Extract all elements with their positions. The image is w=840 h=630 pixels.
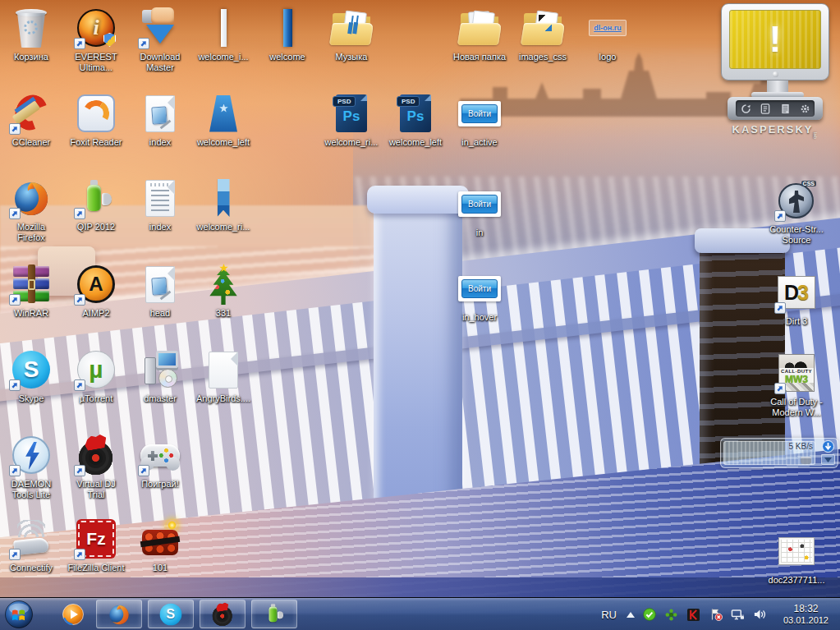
html-document-icon: [145, 95, 175, 132]
kaspersky-gadget[interactable]: ! KASPERSKYlab: [716, 3, 839, 138]
desktop-icon-label: DAEMONTools Lite: [0, 479, 67, 500]
taskbar: S RU 18:32 03.01.2012: [0, 597, 840, 630]
kaspersky-reports-button[interactable]: [759, 102, 772, 115]
image-slice-white-icon: [221, 9, 227, 47]
desktop-icon-head[interactable]: head: [125, 263, 195, 319]
desktop[interactable]: Корзинаi EVERESTUltima... DownloadMaster…: [0, 0, 840, 630]
tray-skype-icon[interactable]: [642, 607, 657, 622]
desktop-icon-µtorrent[interactable]: µ µTorrent: [61, 348, 131, 404]
shortcut-arrow-icon: [74, 465, 85, 476]
start-button[interactable]: [0, 598, 38, 630]
show-hidden-icons-button[interactable]: [627, 612, 635, 618]
logo-thumbnail-icon: dl-он.ru: [589, 20, 627, 36]
desktop-icon-mozilla-firefox[interactable]: MozillaFirefox: [0, 177, 67, 243]
kaspersky-monitor-button: [773, 71, 778, 77]
desktop-icon-everest-ultima[interactable]: i EVERESTUltima...: [61, 7, 131, 73]
desktop-icon-label: Новая папка: [444, 52, 515, 62]
desktop-icon-connectify[interactable]: Connectify: [0, 517, 67, 573]
clock-date: 03.01.2012: [783, 614, 829, 626]
kaspersky-settings-button[interactable]: [798, 102, 811, 115]
desktop-icon-angrybirds[interactable]: AngryBirds....: [188, 348, 259, 404]
desktop-icon-virtual-dj-trial[interactable]: Virtual DJTrial: [61, 434, 131, 500]
desktop-icon-label: index: [125, 137, 195, 148]
desktop-icon-download-master[interactable]: DownloadMaster: [125, 7, 195, 73]
desktop-icon-logo[interactable]: dl-он.ru logo: [572, 7, 643, 62]
kaspersky-logo: KASPERSKYlab: [716, 123, 836, 136]
desktop-icon-музыка[interactable]: Музыка: [316, 7, 387, 62]
desktop-icon-welcome-ri[interactable]: welcome_ri...: [188, 177, 259, 232]
taskbar-button-virtual-dj[interactable]: [200, 600, 246, 628]
desktop-icon-index[interactable]: index: [125, 177, 195, 232]
taskbar-button-windows-media-player[interactable]: [56, 600, 90, 628]
desktop-icon-поиграй[interactable]: Поиграй!: [125, 434, 195, 490]
desktop-icon-winrar[interactable]: WinRAR: [0, 263, 67, 319]
desktop-icon-101[interactable]: 101: [125, 517, 195, 573]
kaspersky-refresh-button[interactable]: [739, 102, 752, 115]
lightning-icon: [24, 442, 41, 470]
dm-dropdown-button[interactable]: [821, 454, 835, 465]
desktop-icon-counter-str-source[interactable]: CSS Counter-Str...Source: [761, 179, 832, 246]
desktop-icon-dirt-3[interactable]: D3 Dirt 3: [761, 271, 832, 327]
taskbar-button-qip[interactable]: [251, 600, 297, 628]
taskbar-button-firefox[interactable]: [96, 600, 142, 628]
desktop-icon-daemon-tools-lite[interactable]: DAEMONTools Lite: [0, 434, 67, 500]
skype-icon: S: [160, 603, 182, 625]
image-slice-blue-icon: [283, 9, 292, 47]
desktop-icon-ccleaner[interactable]: CCleaner: [0, 92, 67, 148]
tray-flag-icon[interactable]: [709, 607, 723, 622]
taskbar-button-skype[interactable]: S: [148, 600, 194, 628]
desktop-icon-label: AngryBirds....: [188, 393, 259, 404]
download-master-gadget[interactable]: 5 KB/s: [720, 438, 838, 468]
kaspersky-brand-text: KASPERSKY: [732, 123, 814, 136]
desktop-icon-skype[interactable]: S Skype: [0, 348, 67, 404]
tray-kaspersky-icon[interactable]: [686, 607, 701, 622]
kaspersky-monitor: !: [721, 3, 829, 80]
tray-network-icon[interactable]: [731, 607, 746, 622]
desktop-icon-корзина[interactable]: Корзина: [0, 7, 67, 62]
desktop-icon-label: 101: [125, 563, 195, 573]
firefox-icon: [108, 603, 131, 626]
image-thumbnail-icon: [778, 537, 815, 565]
desktop-icon-новая-папка[interactable]: Новая папка: [444, 7, 515, 62]
virtual-dj-icon: [211, 603, 234, 626]
desktop-icon-qip-2012[interactable]: QIP 2012: [61, 177, 131, 232]
desktop-icon-dmaster[interactable]: dmaster: [125, 348, 195, 404]
desktop-icon-welcome-left[interactable]: PSDPs welcome_left: [380, 92, 451, 148]
desktop-icon-label: 331: [188, 308, 259, 319]
desktop-icon-doc2377711[interactable]: doc2377711...: [761, 530, 832, 586]
shortcut-arrow-icon: [74, 294, 85, 306]
welcome-left-image-icon: [209, 95, 237, 132]
desktop-icon-welcome-i[interactable]: welcome_i...: [188, 7, 259, 62]
language-indicator[interactable]: RU: [599, 609, 619, 621]
tray-qip-icon[interactable]: [664, 607, 679, 622]
desktop-icon-label: Поиграй!: [125, 479, 195, 490]
desktop-icon-in-hover[interactable]: Войти in_hover: [444, 267, 515, 323]
desktop-icon-index[interactable]: index: [125, 92, 195, 148]
desktop-icon-welcome[interactable]: welcome: [252, 7, 323, 62]
desktop-icon-images-css[interactable]: images_css: [507, 7, 578, 62]
desktop-icon-welcome-ri[interactable]: PSDPs welcome_ri...: [316, 92, 387, 148]
desktop-icon-label: dmaster: [125, 393, 195, 404]
desktop-icon-in-active[interactable]: Войти in_active: [444, 92, 515, 148]
desktop-icon-call-of-duty-modern-w[interactable]: CALL·DUTYMW3 Call of Duty -Modern W...: [761, 352, 832, 418]
dm-download-arrow-icon: [821, 440, 835, 453]
desktop-icon-aimp2[interactable]: A AIMP2: [61, 263, 131, 319]
desktop-icon-welcome-left[interactable]: welcome_left: [188, 92, 259, 148]
desktop-icon-label: FileZilla Client: [61, 563, 131, 573]
desktop-icon-label: index: [125, 222, 195, 232]
desktop-icon-filezilla-client[interactable]: Fz FileZilla Client: [61, 517, 131, 573]
desktop-icon-label: in: [444, 228, 515, 238]
desktop-icon-label: Connectify: [0, 563, 67, 573]
shortcut-arrow-icon: [774, 302, 786, 314]
desktop-icon-label: welcome_ri...: [188, 222, 259, 232]
tray-volume-icon[interactable]: [753, 607, 768, 622]
desktop-icon-foxit-reader[interactable]: Foxit Reader: [61, 92, 131, 148]
shortcut-arrow-icon: [74, 379, 85, 391]
music-folder-icon: [331, 11, 372, 45]
shortcut-arrow-icon: [138, 465, 149, 476]
kaspersky-toolbar: [728, 97, 823, 120]
desktop-icon-331[interactable]: 331: [188, 263, 259, 319]
clock[interactable]: 18:32 03.01.2012: [778, 603, 833, 626]
kaspersky-news-button[interactable]: [778, 102, 792, 115]
desktop-icon-in[interactable]: Войти in: [444, 182, 515, 238]
